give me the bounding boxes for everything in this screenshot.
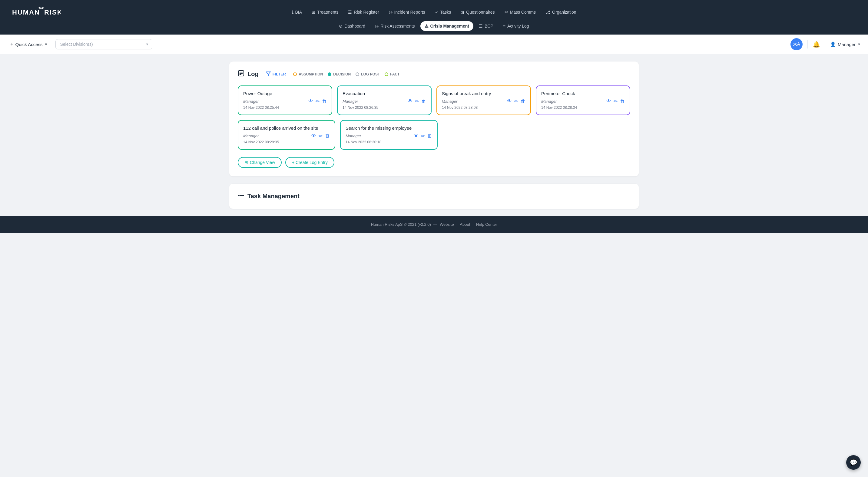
- footer-about-link[interactable]: About: [460, 222, 470, 227]
- tag-log-post[interactable]: LOG POST: [355, 72, 380, 77]
- svg-text:RISKS: RISKS: [44, 8, 61, 16]
- card-4-title: Perimeter Check: [541, 91, 625, 96]
- view-icon-5[interactable]: 👁: [311, 133, 316, 139]
- edit-icon-2[interactable]: ✏: [415, 98, 419, 104]
- plus-icon: +: [10, 41, 13, 48]
- delete-icon-3[interactable]: 🗑: [521, 98, 525, 104]
- nav-risk-register[interactable]: ☰ Risk Register: [344, 7, 383, 17]
- notifications-button[interactable]: 🔔: [813, 40, 820, 48]
- footer-help-link[interactable]: Help Center: [476, 222, 497, 227]
- toolbar-right: 大A 🔔 👤 Manager ▼: [790, 38, 861, 50]
- grid-icon: ⊞: [244, 160, 248, 165]
- log-card-1: Power Outage Manager 👁 ✏ 🗑 14 Nov 2022 0…: [238, 86, 332, 115]
- fact-dot: [384, 72, 388, 76]
- card-2-meta: Manager 👁 ✏ 🗑: [343, 98, 426, 104]
- quick-access-button[interactable]: + Quick Access ▼: [7, 39, 51, 50]
- card-1-actions: 👁 ✏ 🗑: [308, 98, 327, 104]
- tag-assumption[interactable]: ASSUMPTION: [293, 72, 323, 77]
- task-management-section: Task Management: [229, 184, 639, 209]
- treatments-icon: ⊞: [312, 10, 315, 14]
- task-management-title: Task Management: [238, 192, 630, 200]
- view-icon-6[interactable]: 👁: [414, 133, 418, 139]
- view-icon-4[interactable]: 👁: [606, 98, 611, 104]
- toolbar-divider: [807, 40, 808, 49]
- edit-icon-1[interactable]: ✏: [316, 98, 319, 104]
- card-6-title: Search for the missing employee: [346, 125, 432, 130]
- log-card-6: Search for the missing employee Manager …: [340, 120, 438, 150]
- footer-dot-1: ·: [457, 222, 458, 227]
- view-icon-2[interactable]: 👁: [408, 98, 412, 104]
- division-select[interactable]: Select Division(s): [55, 39, 152, 50]
- user-icon: 👤: [830, 41, 836, 47]
- toolbar: + Quick Access ▼ Select Division(s) 大A 🔔…: [0, 34, 868, 54]
- card-5-date: 14 Nov 2022 08:29:35: [243, 140, 330, 144]
- log-icon: [238, 70, 244, 78]
- nav-risk-assessments[interactable]: ◎ Risk Assessments: [371, 21, 419, 31]
- tag-fact[interactable]: FACT: [384, 72, 400, 77]
- bcp-icon: ☰: [479, 24, 483, 29]
- card-4-author: Manager: [541, 99, 557, 103]
- delete-icon-5[interactable]: 🗑: [325, 133, 330, 139]
- edit-icon-3[interactable]: ✏: [514, 98, 518, 104]
- mass-comms-icon: ✉: [504, 10, 508, 14]
- card-6-meta: Manager 👁 ✏ 🗑: [346, 133, 432, 139]
- card-2-date: 14 Nov 2022 08:26:35: [343, 106, 426, 110]
- card-6-actions: 👁 ✏ 🗑: [414, 133, 432, 139]
- log-header: Log FILTER ASSUMPTION DECISION: [238, 70, 630, 78]
- nav-organization[interactable]: ⎇ Organization: [541, 7, 580, 17]
- manager-menu[interactable]: 👤 Manager ▼: [830, 41, 861, 47]
- log-title: Log: [238, 70, 259, 78]
- log-grid-row2: 112 call and police arrived on the site …: [238, 120, 438, 150]
- nav-treatments[interactable]: ⊞ Treatments: [307, 7, 343, 17]
- change-view-button[interactable]: ⊞ Change View: [238, 157, 282, 168]
- log-card-3: Signs of break and entry Manager 👁 ✏ 🗑 1…: [436, 86, 531, 115]
- nav-row-1: ℹ BIA ⊞ Treatments ☰ Risk Register ◎ Inc…: [222, 6, 646, 18]
- card-5-meta: Manager 👁 ✏ 🗑: [243, 133, 330, 139]
- toolbar-divider-2: [825, 40, 825, 49]
- footer-copyright: Human Risks ApS © 2021 (v2.2.0): [371, 222, 431, 227]
- card-4-actions: 👁 ✏ 🗑: [606, 98, 625, 104]
- nav-mass-comms[interactable]: ✉ Mass Comms: [500, 7, 540, 17]
- create-log-entry-button[interactable]: + Create Log Entry: [285, 157, 334, 168]
- log-grid-row1: Power Outage Manager 👁 ✏ 🗑 14 Nov 2022 0…: [238, 86, 630, 115]
- delete-icon-4[interactable]: 🗑: [620, 98, 625, 104]
- main-content: Log FILTER ASSUMPTION DECISION: [222, 61, 646, 209]
- edit-icon-6[interactable]: ✏: [421, 133, 425, 139]
- card-2-title: Evacuation: [343, 91, 426, 96]
- view-icon-1[interactable]: 👁: [308, 98, 313, 104]
- toolbar-left: + Quick Access ▼ Select Division(s): [7, 39, 152, 50]
- card-3-title: Signs of break and entry: [442, 91, 525, 96]
- footer-dot-2: ·: [472, 222, 474, 227]
- filter-button[interactable]: FILTER: [264, 70, 289, 78]
- language-button[interactable]: 大A: [790, 38, 803, 50]
- organization-icon: ⎇: [546, 10, 550, 14]
- chat-widget[interactable]: 💬: [846, 455, 861, 470]
- svg-text:HUMAN: HUMAN: [12, 8, 40, 16]
- nav-incident-reports[interactable]: ◎ Incident Reports: [384, 7, 430, 17]
- edit-icon-5[interactable]: ✏: [319, 133, 322, 139]
- nav-crisis-management[interactable]: ⚠ Crisis Management: [421, 21, 473, 31]
- nav-questionnaires[interactable]: ◑ Questionnaires: [457, 7, 499, 17]
- logo[interactable]: HUMAN RISKS: [12, 5, 61, 20]
- filter-tags: ASSUMPTION DECISION LOG POST FACT: [293, 72, 400, 77]
- assumption-dot: [293, 72, 297, 76]
- delete-icon-6[interactable]: 🗑: [427, 133, 432, 139]
- navbar: HUMAN RISKS ℹ BIA ⊞ Treatments ☰ Risk Re…: [0, 0, 868, 34]
- risk-register-icon: ☰: [348, 10, 352, 14]
- delete-icon-2[interactable]: 🗑: [421, 98, 426, 104]
- delete-icon-1[interactable]: 🗑: [322, 98, 327, 104]
- nav-bia[interactable]: ℹ BIA: [288, 7, 307, 17]
- nav-activity-log[interactable]: ≡ Activity Log: [499, 21, 533, 31]
- log-card-5: 112 call and police arrived on the site …: [238, 120, 335, 150]
- activity-log-icon: ≡: [503, 24, 505, 29]
- nav-tasks[interactable]: ✓ Tasks: [431, 7, 456, 17]
- nav-bcp[interactable]: ☰ BCP: [474, 21, 498, 31]
- footer-website-link[interactable]: Website: [440, 222, 454, 227]
- view-icon-3[interactable]: 👁: [507, 98, 512, 104]
- chat-icon: 💬: [850, 459, 858, 466]
- nav-dashboard[interactable]: ⊙ Dashboard: [335, 21, 370, 31]
- card-5-actions: 👁 ✏ 🗑: [311, 133, 330, 139]
- edit-icon-4[interactable]: ✏: [614, 98, 618, 104]
- card-3-date: 14 Nov 2022 08:28:03: [442, 106, 525, 110]
- tag-decision[interactable]: DECISION: [328, 72, 351, 77]
